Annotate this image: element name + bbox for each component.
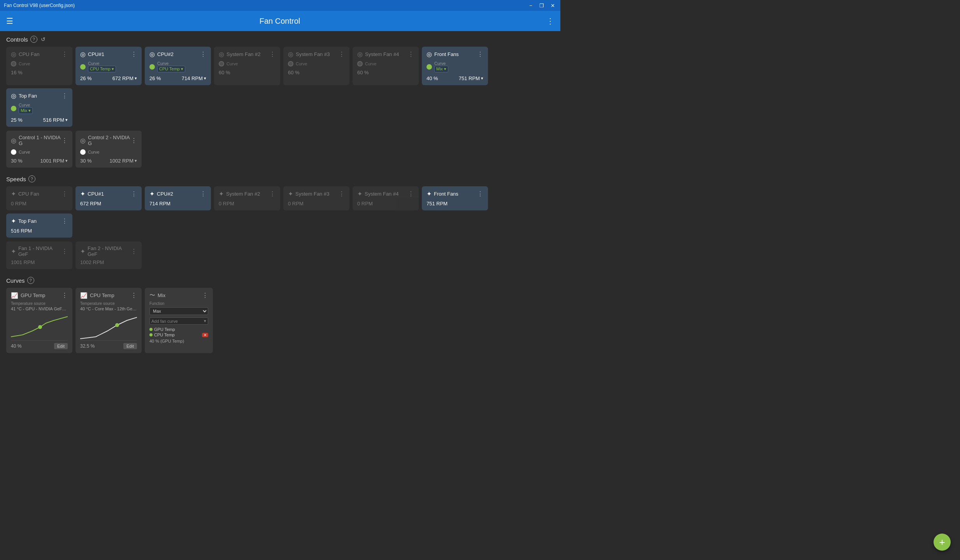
curve-card-gpu-temp: 📈 GPU Temp ⋮ Temperature source 41 °C - …: [6, 288, 72, 353]
control-menu-cpu-fan[interactable]: ⋮: [61, 51, 68, 58]
main-content: Controls ? ↺ ◎ CPU Fan ⋮ Curve 16 %: [0, 31, 560, 362]
percent-sysfan2: 60 %: [219, 70, 230, 75]
curves-help-icon[interactable]: ?: [27, 277, 34, 284]
speed-rpm-sysfan2: 0 RPM: [219, 201, 276, 206]
speed-menu-cpu1[interactable]: ⋮: [131, 190, 137, 198]
control-card-top-fan: ◎ Top Fan ⋮ Curve Mix ▾ 25 % 516 RPM ▾: [6, 88, 72, 127]
edit-button-gpu-temp[interactable]: Edit: [54, 343, 68, 349]
controls-section-header: Controls ? ↺: [6, 36, 554, 43]
curve-dropdown-front-fans[interactable]: Mix ▾: [434, 66, 448, 72]
toggle-sysfan3[interactable]: [288, 61, 293, 66]
toggle-cpu1[interactable]: [80, 64, 86, 70]
speed-menu-sysfan2[interactable]: ⋮: [269, 190, 276, 198]
gpu-temp-chart: [11, 313, 68, 341]
fan-icon-nvidia2: ◎: [80, 137, 86, 144]
speed-rpm-top-fan: 516 RPM: [11, 228, 68, 234]
control-name-cpu-fan: CPU Fan: [19, 51, 39, 57]
speed-menu-nvidia-fan1[interactable]: ⋮: [61, 248, 68, 255]
curve-dropdown-cpu2[interactable]: CPU Temp ▾: [157, 66, 185, 72]
curve-menu-mix[interactable]: ⋮: [202, 292, 208, 299]
hamburger-menu[interactable]: ☰: [6, 16, 13, 26]
toggle-nvidia2[interactable]: [80, 149, 86, 155]
toggle-sysfan4[interactable]: [357, 61, 363, 66]
fan-item-cpu-temp: CPU Temp ✕: [149, 332, 208, 337]
control-menu-cpu1[interactable]: ⋮: [131, 51, 137, 58]
fan-icon-sysfan4: ◎: [357, 51, 363, 58]
close-button[interactable]: ✕: [549, 3, 556, 9]
control-card-cpu1: ◎ CPU#1 ⋮ Curve CPU Temp ▾ 26 % 672 RPM …: [75, 47, 142, 85]
function-label: Function: [149, 301, 164, 306]
more-options-button[interactable]: ⋮: [546, 16, 554, 26]
control-name-top-fan: Top Fan: [19, 93, 37, 99]
edit-button-cpu-temp[interactable]: Edit: [123, 343, 137, 349]
curve-name-cpu-temp: CPU Temp: [90, 292, 114, 298]
toggle-sysfan2[interactable]: [219, 61, 224, 66]
percent-nvidia1: 30 %: [11, 158, 23, 164]
control-menu-nvidia2[interactable]: ⋮: [131, 137, 137, 144]
speed-fan-icon-cpu1: ✦: [80, 190, 85, 198]
control-card-sysfan3: ◎ System Fan #3 ⋮ Curve 60 %: [283, 47, 349, 85]
speed-menu-top-fan[interactable]: ⋮: [61, 217, 68, 225]
gpu-temp-dot: [149, 328, 153, 331]
add-fan-arrow: ▾: [204, 318, 206, 324]
fan-icon-cpu-fan: ◎: [11, 51, 16, 58]
control-menu-cpu2[interactable]: ⋮: [200, 51, 206, 58]
control-card-nvidia1: ◎ Control 1 - NVIDIA G ⋮ Curve 30 % 1001…: [6, 131, 72, 168]
controls-label: Controls: [6, 36, 28, 43]
add-fan-curve-dropdown[interactable]: Add fan curve ▾: [149, 317, 208, 325]
fan-icon-nvidia1: ◎: [11, 137, 16, 144]
toggle-nvidia1[interactable]: [11, 149, 16, 155]
titlebar-controls: − ❐ ✕: [527, 3, 556, 9]
speeds-label: Speeds: [6, 176, 26, 182]
speed-menu-nvidia-fan2[interactable]: ⋮: [131, 248, 137, 255]
control-name-sysfan3: System Fan #3: [296, 51, 330, 57]
toggle-front-fans[interactable]: [426, 64, 432, 70]
curve-name-gpu-temp: GPU Temp: [21, 292, 45, 298]
svg-point-2: [115, 323, 119, 327]
speed-menu-sysfan4[interactable]: ⋮: [408, 190, 414, 198]
speed-fan-icon-sysfan2: ✦: [219, 190, 224, 198]
fan-icon-top-fan: ◎: [11, 92, 16, 100]
fan-icon-cpu1: ◎: [80, 51, 86, 58]
curve-menu-cpu-temp[interactable]: ⋮: [131, 292, 137, 299]
mix-chart-icon: 〜: [149, 292, 155, 299]
controls-help-icon[interactable]: ?: [30, 36, 37, 43]
control-menu-sysfan4[interactable]: ⋮: [408, 51, 414, 58]
control-name-nvidia1: Control 1 - NVIDIA G: [19, 135, 61, 146]
control-menu-sysfan3[interactable]: ⋮: [339, 51, 345, 58]
speed-name-sysfan2: System Fan #2: [226, 191, 260, 197]
function-select[interactable]: Max Min Average: [149, 307, 208, 315]
toggle-cpu2[interactable]: [149, 64, 155, 70]
curve-dropdown-cpu1[interactable]: CPU Temp ▾: [88, 66, 116, 72]
remove-cpu-temp-button[interactable]: ✕: [202, 333, 208, 337]
toggle-top-fan[interactable]: [11, 106, 16, 111]
titlebar: Fan Control V98 (userConfig.json) − ❐ ✕: [0, 0, 560, 11]
speed-menu-front-fans[interactable]: ⋮: [477, 190, 483, 198]
minimize-button[interactable]: −: [527, 3, 535, 9]
rpm-top-fan: 516 RPM ▾: [43, 117, 68, 123]
restore-button[interactable]: ❐: [538, 3, 546, 9]
control-menu-sysfan2[interactable]: ⋮: [269, 51, 276, 58]
speed-fan-icon-front-fans: ✦: [426, 190, 432, 198]
control-menu-front-fans[interactable]: ⋮: [477, 51, 483, 58]
speed-rpm-nvidia-fan1: 1001 RPM: [11, 259, 68, 265]
speed-fan-icon-top-fan: ✦: [11, 217, 16, 225]
rpm-cpu1: 672 RPM ▾: [112, 75, 137, 81]
curve-menu-gpu-temp[interactable]: ⋮: [61, 292, 68, 299]
percent-front-fans: 40 %: [426, 75, 438, 81]
speed-menu-sysfan3[interactable]: ⋮: [339, 190, 345, 198]
controls-cards-grid: ◎ CPU Fan ⋮ Curve 16 % ◎ CPU#1 ⋮: [6, 47, 554, 127]
controls-refresh-icon[interactable]: ↺: [40, 36, 47, 43]
fan-item-cpu-label: CPU Temp: [154, 332, 175, 337]
toggle-cpu-fan[interactable]: [11, 61, 16, 66]
speed-menu-cpu-fan[interactable]: ⋮: [61, 190, 68, 198]
curve-dropdown-top-fan[interactable]: Mix ▾: [19, 107, 33, 114]
control-menu-nvidia1[interactable]: ⋮: [61, 137, 68, 144]
rpm-front-fans: 751 RPM ▾: [459, 75, 483, 81]
percent-cpu-fan: 16 %: [11, 70, 23, 75]
speeds-help-icon[interactable]: ?: [28, 175, 35, 182]
control-card-cpu2: ◎ CPU#2 ⋮ Curve CPU Temp ▾ 26 % 714 RPM …: [145, 47, 211, 85]
control-menu-top-fan[interactable]: ⋮: [61, 92, 68, 100]
controls-cards-grid-2: ◎ Control 1 - NVIDIA G ⋮ Curve 30 % 1001…: [6, 131, 554, 168]
speed-menu-cpu2[interactable]: ⋮: [200, 190, 206, 198]
